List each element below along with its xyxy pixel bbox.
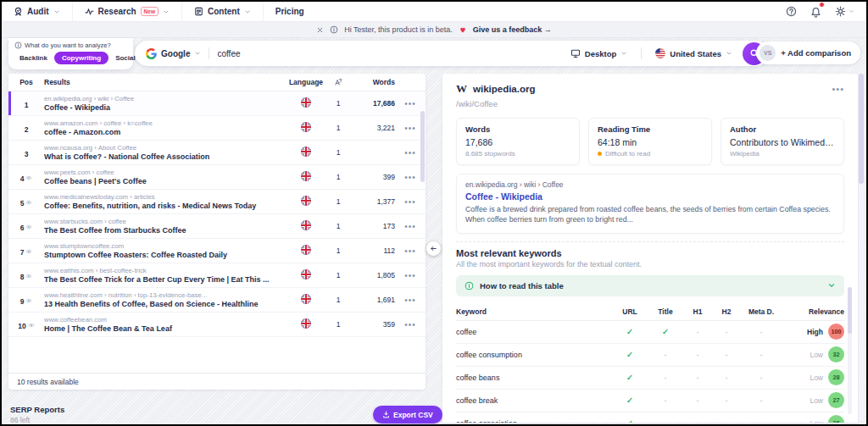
- row-actions-button[interactable]: •••: [395, 197, 426, 207]
- result-title: Stumptown Coffee Roasters: Coffee Roaste…: [44, 251, 285, 259]
- check-icon: ✓: [648, 327, 683, 336]
- top-navigation: Audit Research New Content Pricing: [2, 2, 866, 22]
- result-title: What is Coffee? - National Coffee Associ…: [44, 152, 285, 161]
- analyze-question: What do you want to analyze?: [25, 41, 111, 49]
- result-title: coffee - Amazon.com: [44, 128, 285, 136]
- table-row[interactable]: 8 www.eatthis.com › best-coffee-trick Th…: [8, 263, 426, 288]
- result-url: www.medicalnewstoday.com › articles: [44, 193, 285, 201]
- how-to-read-accordion[interactable]: How to read this table: [456, 275, 844, 296]
- detail-actions-button[interactable]: •••: [832, 84, 844, 94]
- translate-icon: [327, 78, 349, 87]
- row-actions-button[interactable]: •••: [395, 222, 426, 231]
- tab-copywriting[interactable]: Copywriting: [54, 52, 108, 64]
- help-icon[interactable]: [786, 6, 797, 17]
- chevron-down-icon: [620, 50, 627, 57]
- result-url: www.ncausa.org › About Coffee: [44, 144, 285, 152]
- col-results: Results: [44, 78, 285, 86]
- notifications-button[interactable]: [810, 4, 821, 19]
- device-selector[interactable]: Desktop: [570, 48, 627, 58]
- preview-title-link[interactable]: Coffee - Wikipedia: [465, 191, 835, 202]
- download-icon: [382, 411, 390, 418]
- keyword-row[interactable]: coffee break ✓ - - - - Low 27: [456, 390, 844, 412]
- result-url: www.starbucks.com › coffee: [44, 218, 285, 225]
- table-row[interactable]: 4 www.peets.com › coffee Coffee beans | …: [8, 165, 426, 190]
- eye-icon: [25, 199, 32, 206]
- chevron-down-icon: [53, 8, 60, 15]
- results-rows: 1 en.wikipedia.org › wiki › Coffee Coffe…: [8, 91, 426, 373]
- wikipedia-logo-icon: W: [456, 82, 467, 96]
- col-language: Language: [285, 78, 327, 86]
- table-row[interactable]: 1 en.wikipedia.org › wiki › Coffee Coffe…: [8, 91, 426, 116]
- new-badge: New: [141, 7, 159, 16]
- keyword-row[interactable]: coffee ✓ ✓ - - - High 100: [456, 321, 844, 344]
- results-scrollbar[interactable]: [420, 111, 425, 182]
- nav-content[interactable]: Content: [182, 2, 264, 21]
- uk-flag-icon: [301, 294, 311, 304]
- engine-selector[interactable]: Google: [146, 48, 201, 59]
- eye-icon: [25, 224, 32, 230]
- keywords-scrollbar[interactable]: [848, 287, 852, 414]
- info-icon: [330, 25, 338, 34]
- table-row[interactable]: 2 www.amazon.com › coffee › k=coffee cof…: [8, 116, 426, 141]
- nav-pricing[interactable]: Pricing: [264, 2, 316, 21]
- keyword-row[interactable]: coffee consumption ✓ - - - - Low 32: [456, 344, 844, 367]
- result-title: 13 Health Benefits of Coffee, Based on S…: [44, 300, 285, 308]
- banner-message: Hi Tester, this product is in beta.: [344, 25, 452, 34]
- close-icon[interactable]: [316, 26, 324, 34]
- serp-preview-card: en.wikipedia.org › wiki › Coffee Coffee …: [456, 174, 844, 234]
- results-table-header: Pos Results Language Words: [8, 74, 426, 91]
- target-icon: [14, 41, 22, 49]
- uk-flag-icon: [301, 245, 311, 255]
- result-title: Coffee - Wikipedia: [44, 103, 285, 112]
- check-icon: ✓: [612, 396, 648, 405]
- row-actions-button[interactable]: •••: [395, 271, 426, 280]
- location-selector[interactable]: United States: [655, 48, 732, 58]
- tab-backlink[interactable]: Backlink: [14, 52, 53, 64]
- table-row[interactable]: 5 www.medicalnewstoday.com › articles Co…: [8, 190, 426, 214]
- col-words: Words: [349, 78, 395, 86]
- feedback-link[interactable]: Give us a feedback →: [473, 25, 552, 34]
- result-title: Coffee: Benefits, nutrition, and risks -…: [44, 202, 285, 210]
- eye-icon: [25, 273, 32, 279]
- google-icon: [146, 48, 157, 59]
- tab-social[interactable]: Social: [110, 52, 141, 64]
- heart-icon: [459, 25, 467, 34]
- eye-icon: [28, 322, 35, 329]
- uk-flag-icon: [301, 97, 311, 108]
- keyword-row[interactable]: coffee association ✓ - - - - Low 26: [456, 412, 844, 423]
- row-actions-button[interactable]: •••: [395, 296, 426, 305]
- table-row[interactable]: 7 www.stumptowncoffee.com Stumptown Coff…: [8, 239, 426, 263]
- settings-button[interactable]: [835, 6, 854, 17]
- row-actions-button[interactable]: •••: [395, 246, 426, 256]
- export-csv-button[interactable]: Export CSV: [373, 406, 442, 423]
- arrow-left-icon: [430, 245, 437, 252]
- keyword-row[interactable]: coffee beans ✓ - - - - Low 28: [456, 367, 844, 390]
- monitor-icon: [570, 48, 581, 58]
- result-url: www.stumptowncoffee.com: [44, 242, 285, 250]
- collapse-panel-button[interactable]: [426, 241, 441, 256]
- stat-card-author: Author Contributors to Wikimedia proje..…: [721, 118, 844, 165]
- nav-research[interactable]: Research New: [73, 2, 182, 21]
- table-row[interactable]: 3 www.ncausa.org › About Coffee What is …: [8, 141, 426, 165]
- table-row[interactable]: 10 www.coffeebean.com Home | The Coffee …: [8, 313, 426, 337]
- eye-icon: [25, 297, 32, 304]
- relevance-score-badge: 28: [828, 369, 844, 385]
- eye-icon: [25, 174, 32, 181]
- serp-results-panel: Pos Results Language Words 1 en.wikipedi…: [8, 74, 426, 390]
- result-title: The Best Coffee Trick for a Better Cup E…: [44, 275, 285, 284]
- row-actions-button[interactable]: •••: [395, 99, 426, 108]
- keywords-table-header: Keyword URL Title H1 H2 Meta D. Relevanc…: [456, 302, 844, 321]
- nav-audit[interactable]: Audit: [2, 2, 73, 21]
- row-actions-button[interactable]: •••: [395, 320, 426, 329]
- check-icon: ✓: [612, 418, 648, 423]
- preview-description: Coffee is a brewed drink prepared from r…: [465, 204, 835, 225]
- search-input[interactable]: coffee: [217, 49, 240, 58]
- stat-card-reading-time: Reading Time 64:18 min Difficult to read: [588, 118, 712, 165]
- relevance-score-badge: 26: [828, 415, 844, 423]
- window-scrollbar[interactable]: [859, 74, 864, 421]
- table-row[interactable]: 6 www.starbucks.com › coffee The Best Co…: [8, 214, 426, 239]
- add-comparison-button[interactable]: VS + Add comparison: [756, 41, 860, 64]
- result-url: www.amazon.com › coffee › k=coffee: [44, 119, 285, 127]
- uk-flag-icon: [301, 147, 311, 157]
- table-row[interactable]: 9 www.healthline.com › nutrition › top-1…: [8, 288, 426, 313]
